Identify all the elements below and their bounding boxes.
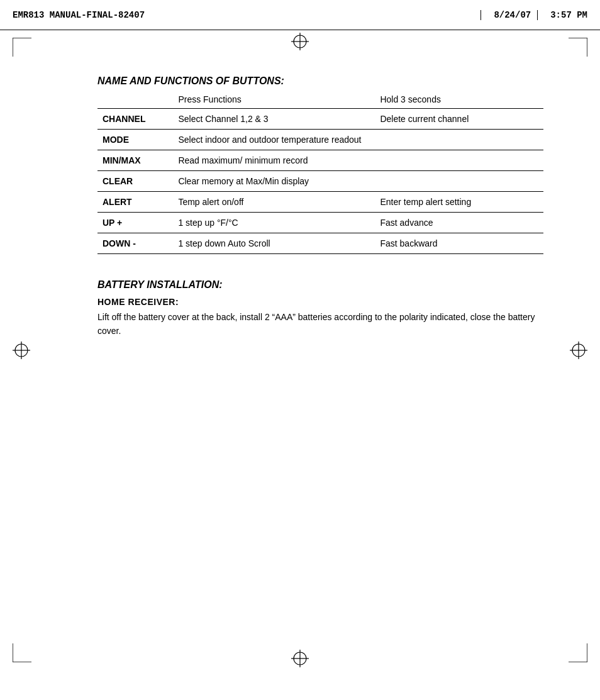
crosshair-bottom (291, 650, 309, 667)
table-cell-press: Select indoor and outdoor temperature re… (173, 130, 375, 150)
col-button-header (97, 92, 173, 109)
table-cell-hold (375, 150, 543, 171)
crosshair-right (570, 342, 587, 359)
crosshair-top (291, 33, 309, 50)
header-time: 3:57 PM (537, 10, 587, 20)
table-cell-hold: Delete current channel (375, 109, 543, 130)
battery-text: Lift off the battery cover at the back, … (97, 311, 543, 338)
table-cell-button: MIN/MAX (97, 150, 173, 171)
table-cell-press: 1 step up °F/°C (173, 213, 375, 233)
main-content: NAME AND FUNCTIONS OF BUTTONS: Press Fun… (97, 75, 543, 625)
table-row: DOWN -1 step down Auto ScrollFast backwa… (97, 233, 543, 254)
table-cell-hold (375, 130, 543, 150)
table-row: MIN/MAXRead maximum/ minimum record (97, 150, 543, 171)
table-cell-button: MODE (97, 130, 173, 150)
functions-section: NAME AND FUNCTIONS OF BUTTONS: Press Fun… (97, 75, 543, 254)
table-cell-press: Read maximum/ minimum record (173, 150, 375, 171)
table-row: CHANNELSelect Channel 1,2 & 3Delete curr… (97, 109, 543, 130)
table-header-row: Press Functions Hold 3 seconds (97, 92, 543, 109)
table-cell-hold (375, 171, 543, 192)
header-filename: EMR813 MANUAL-FINAL-82407 (13, 10, 474, 20)
battery-title: BATTERY INSTALLATION: (97, 279, 543, 291)
functions-title: NAME AND FUNCTIONS OF BUTTONS: (97, 75, 543, 87)
corner-mark-bl (13, 643, 31, 662)
col-press-header: Press Functions (173, 92, 375, 109)
table-cell-press: Select Channel 1,2 & 3 (173, 109, 375, 130)
table-cell-press: Clear memory at Max/Min display (173, 171, 375, 192)
functions-table: Press Functions Hold 3 seconds CHANNELSe… (97, 92, 543, 254)
crosshair-left (13, 342, 30, 359)
table-cell-button: CHANNEL (97, 109, 173, 130)
corner-mark-tr (569, 38, 587, 57)
header-bar: EMR813 MANUAL-FINAL-82407 8/24/07 3:57 P… (0, 0, 600, 30)
table-row: UP +1 step up °F/°CFast advance (97, 213, 543, 233)
table-cell-hold: Fast advance (375, 213, 543, 233)
table-row: ALERTTemp alert on/offEnter temp alert s… (97, 192, 543, 213)
table-cell-button: DOWN - (97, 233, 173, 254)
battery-section: BATTERY INSTALLATION: HOME RECEIVER: Lif… (97, 279, 543, 338)
table-cell-button: UP + (97, 213, 173, 233)
table-row: CLEARClear memory at Max/Min display (97, 171, 543, 192)
table-cell-press: Temp alert on/off (173, 192, 375, 213)
header-date: 8/24/07 (481, 10, 531, 20)
corner-mark-tl (13, 38, 31, 57)
corner-mark-br (569, 643, 587, 662)
table-cell-hold: Enter temp alert setting (375, 192, 543, 213)
col-hold-header: Hold 3 seconds (375, 92, 543, 109)
table-cell-button: ALERT (97, 192, 173, 213)
table-cell-hold: Fast backward (375, 233, 543, 254)
table-cell-button: CLEAR (97, 171, 173, 192)
battery-subtitle: HOME RECEIVER: (97, 297, 543, 307)
table-row: MODESelect indoor and outdoor temperatur… (97, 130, 543, 150)
table-cell-press: 1 step down Auto Scroll (173, 233, 375, 254)
